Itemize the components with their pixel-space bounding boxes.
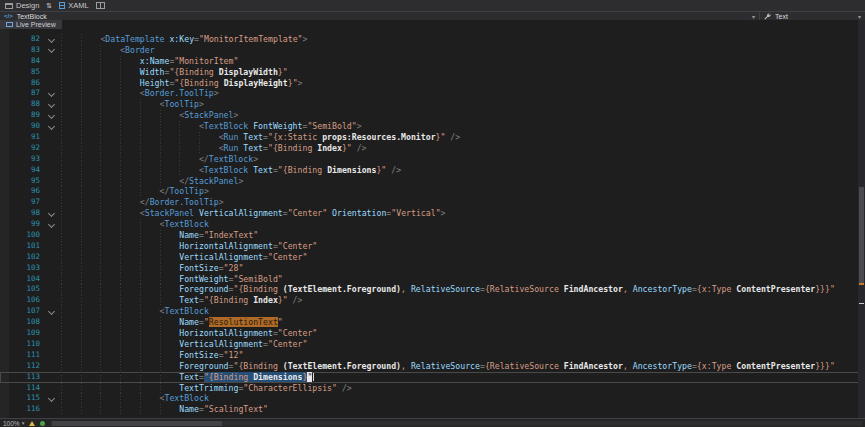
code-line[interactable]: 113Text="{Binding Dimensions}"	[0, 372, 865, 383]
status-ok-icon[interactable]	[40, 421, 45, 426]
code-text[interactable]: VerticalAlignment="Center"	[61, 252, 865, 263]
code-text[interactable]: <Border.ToolTip>	[61, 88, 865, 99]
code-text[interactable]: FontWeight="SemiBold"	[61, 274, 865, 285]
code-text[interactable]: </Border.ToolTip>	[61, 197, 865, 208]
code-line[interactable]: 89<StackPanel>	[0, 110, 865, 121]
code-line[interactable]: 88<ToolTip>	[0, 99, 865, 110]
code-line[interactable]: 103FontSize="28"	[0, 263, 865, 274]
code-text[interactable]: <Run Text="{Binding Index}" />	[61, 143, 865, 154]
horizontal-scrollbar[interactable]	[50, 421, 862, 426]
vertical-scrollbar[interactable]	[858, 20, 865, 418]
code-text[interactable]: x:Name="MonitorItem"	[61, 56, 865, 67]
code-line[interactable]: 104FontWeight="SemiBold"	[0, 274, 865, 285]
code-line[interactable]: 100Name="IndexText"	[0, 230, 865, 241]
scrollbar-thumb[interactable]	[859, 187, 864, 283]
code-line[interactable]: 105Foreground="{Binding (TextElement.For…	[0, 284, 865, 295]
code-text[interactable]: TextTrimming="CharacterEllipsis" />	[61, 383, 865, 394]
indent-guide	[140, 383, 160, 394]
live-preview-tab[interactable]: Live Preview	[0, 20, 62, 29]
code-line[interactable]: 84x:Name="MonitorItem"	[0, 56, 865, 67]
code-line[interactable]: 91<Run Text="{x:Static props:Resources.M…	[0, 132, 865, 143]
code-text[interactable]: Text="{Binding Index}" />	[61, 295, 865, 306]
code-text[interactable]: <TextBlock FontWeight="SemiBold">	[61, 121, 865, 132]
code-line[interactable]: 93</TextBlock>	[0, 154, 865, 165]
code-line[interactable]: 101HorizontalAlignment="Center"	[0, 241, 865, 252]
code-text[interactable]: Text="{Binding Dimensions}"	[61, 372, 865, 383]
code-text[interactable]: Foreground="{Binding (TextElement.Foregr…	[61, 361, 865, 372]
code-line[interactable]: 90<TextBlock FontWeight="SemiBold">	[0, 121, 865, 132]
code-line[interactable]: 106Text="{Binding Index}" />	[0, 295, 865, 306]
fold-toggle[interactable]	[44, 34, 61, 45]
code-line[interactable]: 111FontSize="12"	[0, 350, 865, 361]
hscrollbar-thumb[interactable]	[52, 421, 222, 426]
fold-toggle[interactable]	[44, 208, 61, 219]
fold-toggle[interactable]	[44, 88, 61, 99]
split-view-icon[interactable]	[96, 2, 105, 9]
code-line[interactable]: 109HorizontalAlignment="Center"	[0, 328, 865, 339]
fold-toggle[interactable]	[44, 306, 61, 317]
code-text[interactable]: <Border	[61, 45, 865, 56]
code-text[interactable]: FontSize="28"	[61, 263, 865, 274]
code-text[interactable]: FontSize="12"	[61, 350, 865, 361]
code-line[interactable]: 97</Border.ToolTip>	[0, 197, 865, 208]
code-text[interactable]: Name="IndexText"	[61, 230, 865, 241]
fold-toggle[interactable]	[44, 45, 61, 56]
code-line[interactable]: 98<StackPanel VerticalAlignment="Center"…	[0, 208, 865, 219]
property-dropdown[interactable]: Text ▾	[760, 12, 865, 20]
token: "12"	[224, 350, 244, 360]
code-line[interactable]: 95</StackPanel>	[0, 176, 865, 187]
code-text[interactable]: <TextBlock	[61, 306, 865, 317]
code-text[interactable]: VerticalAlignment="Center"	[61, 339, 865, 350]
code-text[interactable]: Height="{Binding DisplayHeight}">	[61, 78, 865, 89]
code-text[interactable]: <StackPanel>	[61, 110, 865, 121]
fold-toggle[interactable]	[44, 110, 61, 121]
indent-guide	[61, 361, 81, 372]
tab-xaml[interactable]: XAML	[59, 1, 88, 10]
code-text[interactable]: <TextBlock	[61, 393, 865, 404]
tab-design[interactable]: Design	[5, 1, 39, 10]
warning-icon[interactable]	[29, 421, 35, 426]
code-text[interactable]: Name="ResolutionText"	[61, 317, 865, 328]
code-line[interactable]: 110VerticalAlignment="Center"	[0, 339, 865, 350]
element-dropdown[interactable]: </> TextBlock ▾	[0, 12, 760, 20]
code-line[interactable]: 82<DataTemplate x:Key="MonitorItemTempla…	[0, 34, 865, 45]
code-line[interactable]: 107<TextBlock	[0, 306, 865, 317]
code-line[interactable]: 116Name="ScalingText"	[0, 404, 865, 415]
fold-toggle[interactable]	[44, 99, 61, 110]
fold-spacer	[44, 252, 61, 263]
code-text[interactable]: <Run Text="{x:Static props:Resources.Mon…	[61, 132, 865, 143]
code-line[interactable]: 99<TextBlock	[0, 219, 865, 230]
code-text[interactable]: </StackPanel>	[61, 176, 865, 187]
code-text[interactable]: <ToolTip>	[61, 99, 865, 110]
code-line[interactable]: 94<TextBlock Text="{Binding Dimensions}"…	[0, 165, 865, 176]
code-line[interactable]: 96</ToolTip>	[0, 186, 865, 197]
code-text[interactable]: <DataTemplate x:Key="MonitorItemTemplate…	[61, 34, 865, 45]
code-line[interactable]: 115<TextBlock	[0, 393, 865, 404]
code-line[interactable]: 108Name="ResolutionText"	[0, 317, 865, 328]
code-line[interactable]: 87<Border.ToolTip>	[0, 88, 865, 99]
zoom-control[interactable]: 100% ▾	[3, 420, 24, 427]
code-line[interactable]: 86Height="{Binding DisplayHeight}">	[0, 78, 865, 89]
code-line[interactable]: 83<Border	[0, 45, 865, 56]
fold-toggle[interactable]	[44, 121, 61, 132]
token: "CharacterEllipsis"	[243, 383, 337, 393]
code-text[interactable]: </TextBlock>	[61, 154, 865, 165]
code-text[interactable]: HorizontalAlignment="Center"	[61, 328, 865, 339]
code-line[interactable]: 102VerticalAlignment="Center"	[0, 252, 865, 263]
code-text[interactable]: HorizontalAlignment="Center"	[61, 241, 865, 252]
code-text[interactable]: Width="{Binding DisplayWidth}"	[61, 67, 865, 78]
code-text[interactable]: <StackPanel VerticalAlignment="Center" O…	[61, 208, 865, 219]
fold-toggle[interactable]	[44, 219, 61, 230]
code-text[interactable]: <TextBlock	[61, 219, 865, 230]
swap-panes-icon[interactable]: ⇅	[46, 2, 52, 10]
code-line[interactable]: 112Foreground="{Binding (TextElement.For…	[0, 361, 865, 372]
code-text[interactable]: Name="ScalingText"	[61, 404, 865, 415]
fold-toggle[interactable]	[44, 393, 61, 404]
code-text[interactable]: </ToolTip>	[61, 186, 865, 197]
code-text[interactable]: Foreground="{Binding (TextElement.Foregr…	[61, 284, 865, 295]
code-text[interactable]: <TextBlock Text="{Binding Dimensions}" /…	[61, 165, 865, 176]
code-line[interactable]: 92<Run Text="{Binding Index}" />	[0, 143, 865, 154]
code-line[interactable]: 85Width="{Binding DisplayWidth}"	[0, 67, 865, 78]
code-area[interactable]: 82<DataTemplate x:Key="MonitorItemTempla…	[0, 20, 865, 415]
code-line[interactable]: 114TextTrimming="CharacterEllipsis" />	[0, 383, 865, 394]
